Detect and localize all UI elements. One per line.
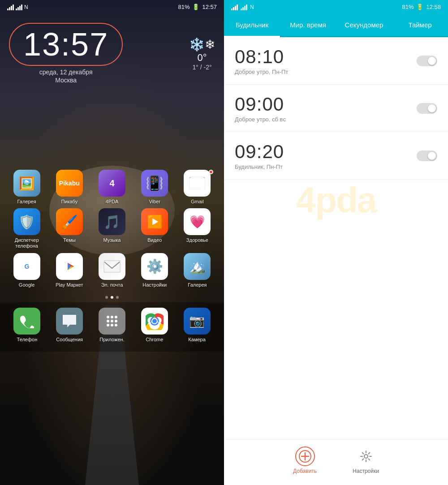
clock-settings-button[interactable]: Настройки: [353, 446, 379, 474]
app-email[interactable]: Эл. почта: [92, 253, 131, 288]
app-label-music: Музыка: [103, 237, 121, 243]
alarm-toggle-1[interactable]: [417, 56, 437, 66]
add-alarm-icon: [295, 446, 315, 466]
dot-1: [105, 296, 108, 299]
app-label-pikabu: Пикабу: [61, 199, 78, 205]
alarm-time-2: 09:00: [235, 94, 286, 115]
tab-world-time[interactable]: Мир. время: [280, 14, 336, 36]
app-icon-manager: 🛡️: [13, 208, 40, 235]
app-video[interactable]: ▶️ Видео: [135, 208, 174, 249]
app-google[interactable]: G Google: [7, 253, 46, 288]
weather-temp: 0°: [189, 52, 215, 64]
app-icon-pikabu: Pikabu: [56, 170, 83, 197]
tab-alarm[interactable]: Будильник: [224, 14, 280, 36]
clock-date-line2: Москва: [9, 77, 123, 84]
right-time: 12:58: [426, 4, 441, 10]
battery-time-area: 81% 🔋 12:57: [178, 4, 217, 10]
dock-apps[interactable]: Приложен.: [92, 308, 132, 343]
alarm-time-3: 09:20: [235, 141, 284, 163]
app-icon-gallery2: 🏔️: [184, 253, 211, 280]
app-health[interactable]: 💗 Здоровье: [178, 208, 217, 249]
tab-timer[interactable]: Таймер: [392, 14, 448, 36]
clock-time-container: 13:57: [9, 23, 123, 66]
alarm-label-2: Доброе утро, сб вс: [235, 116, 286, 123]
dock-camera[interactable]: 📷 Камера: [177, 308, 217, 343]
svg-point-15: [111, 320, 113, 322]
dock-label-messages: Сообщения: [56, 337, 83, 343]
alarm-label-3: Будильник, Пн-Пт: [235, 163, 284, 170]
tab-stopwatch[interactable]: Секундомер: [336, 14, 392, 36]
svg-point-25: [152, 319, 157, 323]
dock-label-chrome: Chrome: [146, 337, 163, 343]
alarm-item-2[interactable]: 09:00 Доброе утро, сб вс: [224, 85, 448, 132]
clock-tabs: Будильник Мир. время Секундомер Таймер: [224, 14, 448, 37]
battery-icon-left: 🔋: [192, 4, 199, 10]
app-music[interactable]: 🎵 Музыка: [92, 208, 131, 249]
svg-point-17: [107, 324, 109, 326]
svg-point-11: [107, 316, 109, 318]
app-icon-apps: [99, 308, 125, 335]
battery-percent-left: 81%: [178, 4, 190, 10]
svg-point-16: [115, 320, 117, 322]
app-label-4pda: 4PDA: [106, 199, 119, 205]
app-pikabu[interactable]: Pikabu Пикабу: [50, 170, 89, 205]
app-icon-health: 💗: [184, 208, 211, 235]
time-left: 12:57: [202, 4, 217, 10]
signal-area: N: [7, 4, 28, 10]
dock-label-camera: Камера: [188, 337, 205, 343]
right-battery-icon: 🔋: [416, 4, 423, 10]
app-icon-themes: 🖌️: [56, 208, 83, 235]
add-alarm-label: Добавить: [293, 468, 317, 474]
weather-icon: ❄️❄: [189, 37, 215, 52]
dock-chrome[interactable]: Chrome: [134, 308, 174, 343]
svg-text:G: G: [24, 263, 29, 270]
alarm-item-1[interactable]: 08:10 Доброе утро, Пн-Пт: [224, 37, 448, 85]
clock-bottom-bar: Добавить Настройки: [224, 439, 448, 485]
alarm-list: 08:10 Доброе утро, Пн-Пт 09:00 Доброе ут…: [224, 37, 448, 439]
svg-point-18: [111, 324, 113, 326]
app-icon-4pda: 4: [99, 170, 125, 197]
app-label-health: Здоровье: [186, 237, 208, 243]
app-label-google: Google: [19, 282, 34, 288]
app-icon-gallery: 🖼️: [13, 170, 40, 197]
alarm-toggle-2[interactable]: [417, 103, 437, 114]
dock-label-apps: Приложен.: [99, 337, 124, 343]
right-battery-percent: 81%: [402, 4, 414, 10]
dot-2: [111, 296, 113, 299]
app-4pda[interactable]: 4 4PDA: [92, 170, 131, 205]
app-label-manager: Диспетчер телефона: [7, 237, 46, 249]
app-settings[interactable]: ⚙️ Настройки: [135, 253, 174, 288]
weather-range: 1° / -2°: [189, 64, 215, 71]
svg-rect-9: [103, 260, 121, 273]
dock-messages[interactable]: Сообщения: [50, 308, 90, 343]
alarm-time-1: 08:10: [235, 46, 288, 68]
nfc-icon: N: [24, 4, 28, 10]
weather-widget: ❄️❄ 0° 1° / -2°: [189, 37, 215, 71]
alarm-item-3[interactable]: 09:20 Будильник, Пн-Пт: [224, 132, 448, 180]
app-play[interactable]: Play Маркет: [50, 253, 89, 288]
app-label-themes: Темы: [63, 237, 76, 243]
app-label-video: Видео: [147, 237, 162, 243]
alarm-toggle-3[interactable]: [417, 150, 437, 161]
app-viber[interactable]: 📳 Viber: [135, 170, 174, 205]
left-status-bar: N 81% 🔋 12:57: [0, 0, 224, 14]
app-themes[interactable]: 🖌️ Темы: [50, 208, 89, 249]
app-label-viber: Viber: [149, 199, 160, 205]
dock-phone[interactable]: Телефон: [7, 308, 47, 343]
clock-settings-icon: [356, 446, 376, 466]
app-gallery[interactable]: 🖼️ Галерея: [7, 170, 46, 205]
app-icon-play: [56, 253, 83, 280]
svg-point-13: [115, 316, 117, 318]
clock-date-line1: среда, 12 декабря: [9, 69, 123, 76]
app-gallery2[interactable]: 🏔️ Галерея: [178, 253, 217, 288]
clock-app: N 81% 🔋 12:58 Будильник Мир. время Секун…: [224, 0, 448, 485]
app-icon-settings: ⚙️: [141, 253, 168, 280]
app-icon-viber: 📳: [141, 170, 168, 197]
app-label-gallery2: Галерея: [188, 282, 207, 288]
app-manager[interactable]: 🛡️ Диспетчер телефона: [7, 208, 46, 249]
add-alarm-button[interactable]: Добавить: [293, 446, 317, 474]
app-gmail[interactable]: Gmail: [178, 170, 217, 205]
right-battery-time: 81% 🔋 12:58: [402, 4, 441, 10]
app-icon-chrome: [141, 308, 168, 335]
clock-date: среда, 12 декабря Москва: [9, 69, 123, 84]
